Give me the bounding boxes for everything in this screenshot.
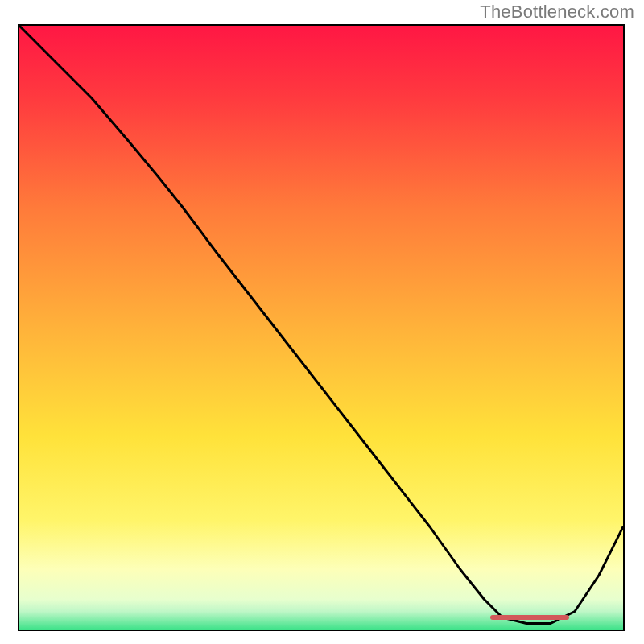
optimal-range-marker: [490, 615, 569, 620]
chart-plot-area: [18, 24, 625, 631]
chart-container: TheBottleneck.com: [0, 0, 644, 644]
attribution-label: TheBottleneck.com: [480, 2, 634, 23]
bottleneck-curve: [19, 26, 623, 630]
